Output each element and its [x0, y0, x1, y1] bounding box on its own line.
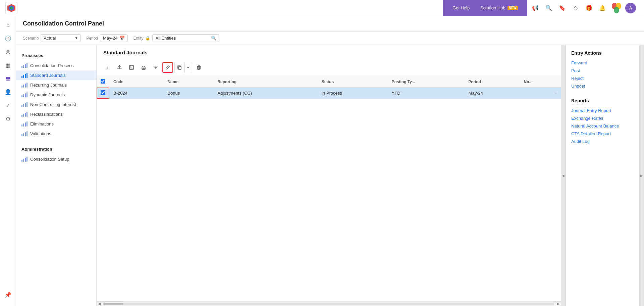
- nav-label-consolidation-setup: Consolidation Setup: [30, 157, 69, 162]
- svg-rect-12: [198, 66, 200, 69]
- pin-icon-button[interactable]: 📌: [2, 289, 14, 301]
- left-collapse-handle[interactable]: ◀: [561, 45, 566, 306]
- scroll-thumb: [103, 303, 123, 305]
- scenario-filter: Scenario Actual ▼: [23, 34, 81, 42]
- row-reporting: Adjustments (CC): [213, 88, 317, 99]
- natural-account-balance-link[interactable]: Natural Account Balance: [571, 122, 634, 130]
- copy-button[interactable]: [175, 62, 184, 73]
- delete-button[interactable]: [194, 62, 204, 73]
- center-panel-header: Standard Journals: [97, 45, 561, 59]
- scenario-label: Scenario: [23, 36, 39, 41]
- settings-icon-button[interactable]: ⚙: [2, 113, 14, 125]
- nav-label-consolidation-process: Consolidation Process: [30, 63, 73, 68]
- audit-log-link[interactable]: Audit Log: [571, 138, 634, 145]
- nav-item-eliminations[interactable]: Eliminations: [16, 119, 96, 129]
- scroll-right-button[interactable]: ▶: [555, 302, 561, 306]
- nav-label-standard-journals: Standard Journals: [30, 73, 66, 78]
- get-help-button[interactable]: Get Help: [447, 0, 475, 16]
- bell-icon-button[interactable]: 🔔: [597, 3, 608, 13]
- home-icon-button[interactable]: ⌂: [2, 19, 14, 31]
- nav-item-consolidation-process[interactable]: Consolidation Process: [16, 61, 96, 70]
- unpost-link[interactable]: Unpost: [571, 82, 634, 90]
- scroll-left-button[interactable]: ◀: [97, 302, 102, 306]
- nav-item-validations[interactable]: Validations: [16, 129, 96, 139]
- add-button[interactable]: +: [102, 62, 113, 73]
- diamond-icon-button[interactable]: ◇: [570, 3, 581, 13]
- post-link[interactable]: Post: [571, 67, 634, 74]
- bars-icon: [21, 121, 28, 126]
- entity-input[interactable]: All Entities 🔍: [152, 34, 219, 42]
- nav-item-consolidation-setup[interactable]: Consolidation Setup: [16, 154, 96, 164]
- row-period: May-24: [465, 88, 520, 99]
- center-panel: Standard Journals +: [97, 45, 561, 306]
- admin-title: Administration: [16, 144, 96, 154]
- edit-button[interactable]: [162, 62, 173, 73]
- copy-split-button: [174, 62, 192, 73]
- nav-item-dynamic-journals[interactable]: Dynamic Journals: [16, 90, 96, 100]
- table-row[interactable]: B-2024 Bonus Adjustments (CC) In Process…: [97, 88, 561, 99]
- copy-dropdown-button[interactable]: [184, 62, 192, 73]
- bars-icon: [21, 83, 28, 88]
- brand-logo[interactable]: [5, 2, 17, 14]
- person-icon-button[interactable]: 👤: [2, 86, 14, 98]
- svg-point-5: [614, 7, 619, 13]
- journals-table: Code Name Reporting Status Posting Ty...…: [97, 76, 561, 99]
- right-collapse-handle[interactable]: ▶: [639, 45, 644, 306]
- select-all-checkbox[interactable]: [101, 79, 105, 84]
- filter-button[interactable]: [150, 62, 161, 73]
- left-nav-panel: Processes Consolidation Process Standard…: [16, 45, 97, 306]
- reporting-header: Reporting: [213, 76, 317, 88]
- row-name: Bonus: [163, 88, 213, 99]
- user-avatar[interactable]: A: [625, 3, 636, 13]
- nav-label-validations: Validations: [30, 131, 51, 136]
- nav-item-non-controlling-interest[interactable]: Non Controlling Interest: [16, 100, 96, 109]
- excel-button[interactable]: [126, 62, 137, 73]
- search-icon: 🔍: [211, 36, 216, 41]
- print-button[interactable]: [138, 62, 149, 73]
- row-status: In Process: [317, 88, 387, 99]
- grid-icon-button[interactable]: ▦: [2, 59, 14, 71]
- page-title: Consolidation Control Panel: [23, 20, 637, 27]
- nav-item-standard-journals[interactable]: Standard Journals: [16, 70, 96, 80]
- brand-logo-nav[interactable]: [610, 2, 623, 14]
- bars-icon: [21, 63, 28, 68]
- svg-rect-8: [6, 80, 10, 81]
- target-icon-button[interactable]: ◎: [2, 46, 14, 58]
- nav-item-recurring-journals[interactable]: Recurring Journals: [16, 80, 96, 90]
- entity-label: Entity: [133, 36, 143, 41]
- gift-icon-button[interactable]: 🎁: [584, 3, 594, 13]
- main-layout: ⌂ 🕐 ◎ ▦ 👤 ✓ ⚙ 📌 Consolidation Control Pa…: [0, 16, 644, 306]
- megaphone-icon-button[interactable]: 📢: [530, 3, 541, 13]
- bookmark-icon-button[interactable]: 🔖: [557, 3, 568, 13]
- period-header: Period: [465, 76, 520, 88]
- toolbar: +: [97, 59, 561, 76]
- entry-actions-title: Entry Actions: [571, 50, 634, 56]
- solution-hub-button[interactable]: Solution Hub NEW: [475, 0, 523, 16]
- period-select[interactable]: May-24 📅: [100, 34, 128, 42]
- top-nav-right-area: Get Help Solution Hub NEW 📢 🔍 🔖 ◇ 🎁 🔔 A: [443, 0, 639, 16]
- bottom-scrollbar[interactable]: ◀ ▶: [97, 301, 561, 306]
- journal-entry-report-link[interactable]: Journal Entry Report: [571, 107, 634, 114]
- top-nav: Get Help Solution Hub NEW 📢 🔍 🔖 ◇ 🎁 🔔 A: [0, 0, 644, 16]
- exchange-rates-link[interactable]: Exchange Rates: [571, 114, 634, 122]
- bars-icon: [21, 131, 28, 136]
- filter-bar: Scenario Actual ▼ Period May-24 📅 Entity…: [16, 32, 644, 45]
- reject-link[interactable]: Reject: [571, 74, 634, 82]
- select-all-header[interactable]: [97, 76, 109, 88]
- row-code: B-2024: [109, 88, 163, 99]
- forward-link[interactable]: Forward: [571, 59, 634, 67]
- row-checkbox-cell[interactable]: [97, 88, 109, 99]
- layers-icon-button[interactable]: [2, 72, 14, 85]
- reports-title: Reports: [571, 98, 634, 103]
- cta-detailed-report-link[interactable]: CTA Detailed Report: [571, 130, 634, 138]
- period-filter: Period May-24 📅: [86, 34, 128, 42]
- nav-label-non-controlling-interest: Non Controlling Interest: [30, 102, 76, 107]
- scenario-select[interactable]: Actual ▼: [41, 34, 81, 42]
- nav-item-reclassifications[interactable]: Reclassifications: [16, 109, 96, 119]
- search-icon-button[interactable]: 🔍: [543, 3, 554, 13]
- checkmark-icon-button[interactable]: ✓: [2, 99, 14, 111]
- code-header: Code: [109, 76, 163, 88]
- upload-button[interactable]: [114, 62, 125, 73]
- row-checkbox[interactable]: [101, 90, 105, 95]
- clock-icon-button[interactable]: 🕐: [2, 32, 14, 44]
